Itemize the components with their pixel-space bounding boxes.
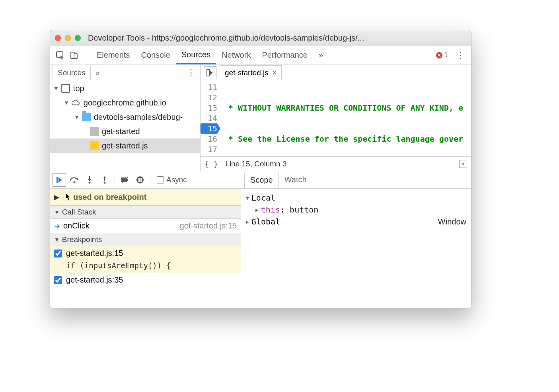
main-tabstrip: Elements Console Sources Network Perform… <box>50 46 471 64</box>
file-tab-label: get-started.js <box>225 68 269 77</box>
minimize-window-button[interactable] <box>65 35 71 41</box>
breakpoint-checkbox[interactable] <box>54 250 62 257</box>
scope-label: Local <box>251 193 275 203</box>
breakpoints-header[interactable]: ▼ Breakpoints <box>50 233 241 246</box>
file-tree: ▼ top ▼ googlechrome.github.io ▼ devtool… <box>50 81 200 171</box>
inspect-element-icon[interactable] <box>54 49 66 61</box>
current-frame-icon: ➔ <box>54 222 60 230</box>
close-window-button[interactable] <box>55 35 61 41</box>
paused-banner[interactable]: ▶ used on breakpoint <box>50 189 241 205</box>
zoom-window-button[interactable] <box>75 35 81 41</box>
breakpoint-checkbox[interactable] <box>54 276 62 284</box>
scope-local[interactable]: ▼ Local <box>246 192 466 204</box>
navigator-tabs-overflow[interactable]: » <box>91 68 105 77</box>
tab-sources[interactable]: Sources <box>176 46 216 64</box>
tree-label: top <box>73 84 84 93</box>
scope-tree: ▼ Local ▶ this: button ▶ Global Window <box>241 189 471 308</box>
tab-scope[interactable]: Scope <box>244 172 279 188</box>
async-checkbox[interactable]: Async <box>157 176 187 184</box>
step-into-button[interactable] <box>83 173 96 187</box>
code-line: * WITHOUT WARRANTIES OR CONDITIONS OF AN… <box>224 103 463 113</box>
disclosure-icon: ▼ <box>246 195 249 201</box>
js-file-icon <box>90 141 99 150</box>
tab-elements[interactable]: Elements <box>91 47 135 64</box>
tree-label: googlechrome.github.io <box>84 98 166 107</box>
svg-rect-2 <box>74 54 77 59</box>
close-tab-icon[interactable]: × <box>273 69 277 77</box>
editor-file-tab[interactable]: get-started.js × <box>220 65 282 80</box>
tree-label: devtools-samples/debug- <box>94 113 183 122</box>
deactivate-breakpoints-button[interactable] <box>118 173 132 187</box>
scope-global[interactable]: ▶ Global Window <box>246 216 466 228</box>
svg-rect-3 <box>207 70 209 76</box>
disclosure-icon: ▼ <box>64 99 69 106</box>
device-toolbar-icon[interactable] <box>68 49 80 61</box>
resume-button[interactable] <box>53 173 66 187</box>
traffic-lights <box>55 35 81 41</box>
pause-on-exceptions-button[interactable] <box>133 173 147 187</box>
variable-name: this <box>261 205 280 215</box>
status-dropdown-icon[interactable]: ▼ <box>459 160 467 168</box>
tree-frame-top[interactable]: ▼ top <box>50 81 200 96</box>
divider <box>150 175 150 185</box>
disclosure-icon: ▶ <box>255 207 259 213</box>
breakpoint-item[interactable]: get-started.js:15 <box>50 246 241 260</box>
error-icon: ✕ <box>436 52 442 59</box>
navigator-tab-sources[interactable]: Sources <box>53 65 91 80</box>
tree-file-html[interactable]: get-started <box>50 124 200 138</box>
async-label: Async <box>166 176 187 184</box>
error-indicator[interactable]: ✕ 1 <box>436 51 448 59</box>
code-editor[interactable]: 11121314151617 * WITHOUT WARRANTIES OR C… <box>201 81 471 156</box>
scope-variable[interactable]: ▶ this: button <box>246 204 466 216</box>
svg-point-5 <box>74 181 76 183</box>
tab-console[interactable]: Console <box>135 47 175 64</box>
tree-label: get-started.js <box>102 141 148 150</box>
divider <box>115 175 115 185</box>
svg-point-7 <box>89 181 91 183</box>
cloud-icon <box>72 98 80 107</box>
editor-tabbar: get-started.js × <box>201 64 471 81</box>
settings-menu-icon[interactable]: ⋮ <box>454 50 467 60</box>
tab-watch[interactable]: Watch <box>279 172 312 187</box>
frame-icon <box>61 84 70 93</box>
editor-status: { } Line 15, Column 3 ▼ <box>201 156 471 171</box>
debugger-sidebar: Async ▶ used on breakpoint ▼ Call Stack … <box>50 171 241 308</box>
cursor-position: Line 15, Column 3 <box>225 160 286 168</box>
error-count: 1 <box>444 51 448 59</box>
navigator-panel: Sources » ⋮ ▼ top ▼ googlechrome.github.… <box>50 64 201 171</box>
scope-panel: Scope Watch ▼ Local ▶ this: button ▶ Glo… <box>241 171 471 308</box>
svg-point-12 <box>136 176 144 183</box>
code-line: * See the License for the specific langu… <box>224 134 463 144</box>
tab-network[interactable]: Network <box>216 47 256 64</box>
svg-point-9 <box>104 181 106 183</box>
window-titlebar: Developer Tools - https://googlechrome.g… <box>50 30 471 46</box>
svg-rect-4 <box>56 177 58 183</box>
pretty-print-icon[interactable]: { } <box>205 160 218 168</box>
tree-domain[interactable]: ▼ googlechrome.github.io <box>50 96 200 110</box>
tree-label: get-started <box>102 127 140 136</box>
disclosure-icon: ▼ <box>54 236 60 243</box>
async-checkbox-input[interactable] <box>157 176 164 183</box>
breakpoint-code: if (inputsAreEmpty()) { <box>50 260 241 273</box>
call-stack-header[interactable]: ▼ Call Stack <box>50 205 241 219</box>
call-stack-frame[interactable]: ➔ onClick get-started.js:15 <box>50 219 241 233</box>
svg-rect-13 <box>138 178 140 182</box>
tab-performance[interactable]: Performance <box>257 47 314 64</box>
tree-file-js[interactable]: get-started.js <box>50 138 200 153</box>
editor-panel: get-started.js × 11121314151617 * WITHOU… <box>201 64 471 171</box>
debugger-toolbar: Async <box>50 171 241 189</box>
step-out-button[interactable] <box>98 173 111 187</box>
navigator-menu-icon[interactable]: ⋮ <box>182 68 200 78</box>
breakpoint-item[interactable]: get-started.js:35 <box>50 273 241 287</box>
navigator-tabs: Sources » ⋮ <box>50 64 200 81</box>
breakpoint-location: get-started.js:15 <box>66 249 123 258</box>
show-navigator-icon[interactable] <box>204 66 216 79</box>
scope-value: Window <box>438 217 466 226</box>
tabs-overflow[interactable]: » <box>313 47 329 64</box>
tree-folder[interactable]: ▼ devtools-samples/debug- <box>50 110 200 124</box>
step-over-button[interactable] <box>68 173 81 187</box>
breakpoint-location: get-started.js:35 <box>66 275 123 285</box>
disclosure-icon: ▼ <box>53 85 59 92</box>
variable-value: button <box>290 205 318 215</box>
cursor-icon <box>65 193 72 203</box>
